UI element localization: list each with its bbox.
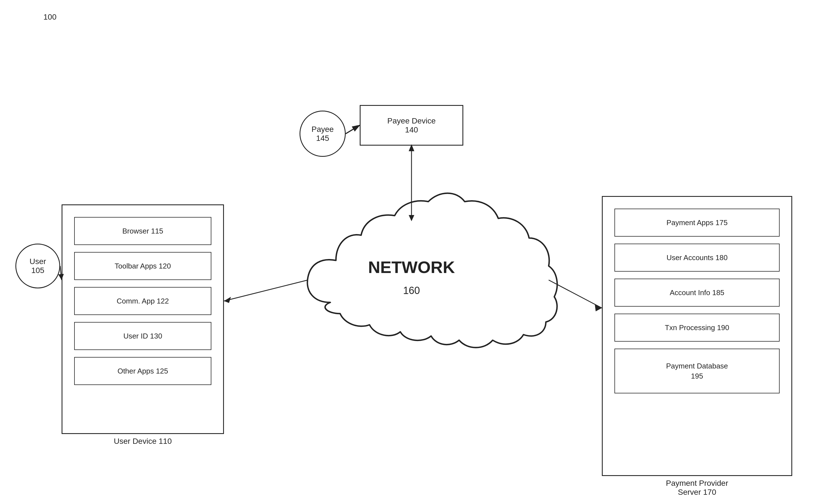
- account-info-label: Account Info 185: [670, 288, 724, 297]
- figure-number: 100: [43, 13, 56, 22]
- payment-database-label: Payment Database 195: [666, 361, 728, 381]
- txn-processing-label: Txn Processing 190: [665, 323, 729, 332]
- svg-marker-6: [409, 215, 414, 221]
- svg-marker-10: [595, 305, 602, 311]
- payee-device-box: Payee Device 140: [360, 105, 463, 146]
- toolbar-apps-box: Toolbar Apps 120: [74, 252, 211, 280]
- payee-device-label2: 140: [405, 126, 418, 134]
- payee-number: 145: [316, 134, 329, 143]
- svg-text:160: 160: [403, 285, 420, 296]
- user-id-box: User ID 130: [74, 322, 211, 350]
- payment-provider-label1: Payment Provider: [602, 479, 792, 488]
- payee-device-label1: Payee Device: [387, 117, 436, 126]
- svg-line-7: [224, 280, 308, 301]
- network-cloud: NETWORK 160: [307, 193, 557, 347]
- payee-label: Payee: [312, 125, 334, 134]
- comm-app-box: Comm. App 122: [74, 287, 211, 315]
- svg-line-3: [346, 125, 360, 134]
- user-circle: User 105: [15, 243, 60, 288]
- svg-text:NETWORK: NETWORK: [368, 258, 455, 277]
- user-number: 105: [31, 266, 44, 275]
- browser-box: Browser 115: [74, 217, 211, 245]
- toolbar-apps-label: Toolbar Apps 120: [115, 262, 171, 271]
- user-id-label: User ID 130: [124, 332, 162, 340]
- user-label: User: [29, 257, 46, 266]
- payee-circle: Payee 145: [300, 111, 346, 157]
- user-accounts-box: User Accounts 180: [615, 243, 780, 272]
- svg-line-9: [549, 280, 602, 308]
- payment-apps-label: Payment Apps 175: [667, 218, 727, 227]
- txn-processing-box: Txn Processing 190: [615, 314, 780, 342]
- other-apps-box: Other Apps 125: [74, 357, 211, 385]
- other-apps-label: Other Apps 125: [118, 367, 168, 375]
- svg-line-2: [346, 126, 360, 134]
- svg-marker-8: [224, 297, 231, 303]
- user-accounts-label: User Accounts 180: [667, 254, 727, 262]
- payment-provider-label2: Server 170: [602, 488, 792, 497]
- account-info-box: Account Info 185: [615, 279, 780, 307]
- user-device-label: User Device 110: [61, 437, 224, 446]
- payment-database-box: Payment Database 195: [615, 349, 780, 393]
- payment-provider-label: Payment Provider Server 170: [602, 479, 792, 497]
- comm-app-label: Comm. App 122: [117, 297, 169, 306]
- browser-label: Browser 115: [122, 227, 163, 235]
- payment-apps-box: Payment Apps 175: [615, 209, 780, 236]
